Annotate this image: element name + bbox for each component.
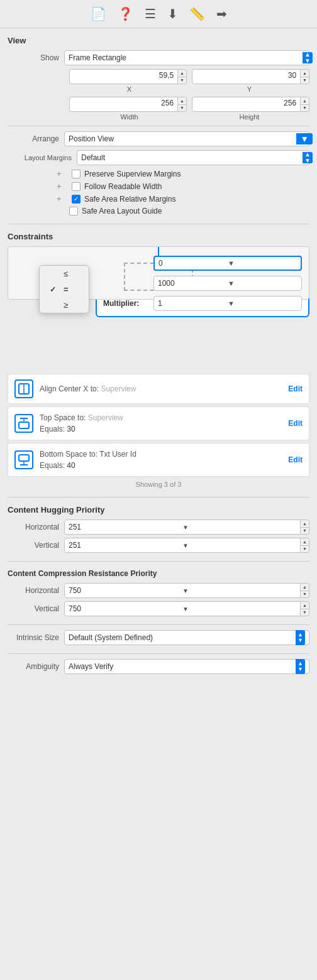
comp-horizontal-down[interactable]: ▼ <box>301 591 309 598</box>
intrinsic-size-section: Intrinsic Size Default (System Defined) … <box>0 625 317 653</box>
show-dropdown[interactable]: Frame Rectangle ▲ ▼ <box>64 50 309 65</box>
constraint-sub-val-1: 30 <box>67 425 75 433</box>
constraint-target-0: Superview <box>101 384 136 393</box>
ch-vertical-down[interactable]: ▼ <box>301 546 309 553</box>
constant-input[interactable]: 0 ▼ <box>153 256 302 271</box>
y-stepper[interactable]: ▲ ▼ <box>301 69 309 84</box>
intrinsic-size-stepper[interactable]: ▲ ▼ <box>296 630 305 645</box>
x-up[interactable]: ▲ <box>178 70 186 77</box>
intrinsic-size-dropdown[interactable]: Default (System Defined) ▲ ▼ <box>64 630 309 645</box>
width-up[interactable]: ▲ <box>178 97 186 105</box>
constraints-title: Constraints <box>8 232 309 241</box>
constraint-icon-2 <box>14 450 33 469</box>
x-down[interactable]: ▼ <box>178 77 186 84</box>
height-input[interactable]: 256 <box>192 97 301 112</box>
comp-horizontal-label: Horizontal <box>8 586 64 595</box>
popup-check-gte <box>50 301 58 310</box>
constraint-sub-2: Equals: <box>40 461 67 470</box>
ch-horizontal-dropdown[interactable]: 251 ▼ <box>64 520 301 535</box>
ch-vertical-dropdown[interactable]: 251 ▼ <box>64 538 301 553</box>
comp-vertical-value: 750 <box>69 604 182 613</box>
width-down[interactable]: ▼ <box>178 105 186 112</box>
view-section: View Show Frame Rectangle ▲ ▼ 59,5 ▲ ▼ 3… <box>0 28 317 224</box>
y-input[interactable]: 30 <box>192 69 301 84</box>
checkbox-label-layout-guide: Safe Area Layout Guide <box>82 207 162 215</box>
comp-vertical-stepper[interactable]: ▲ ▼ <box>301 601 309 616</box>
file-icon[interactable]: 📄 <box>91 6 106 21</box>
checkbox-readable[interactable] <box>72 182 81 191</box>
multiplier-value: 1 <box>158 299 228 308</box>
x-stepper[interactable]: ▲ ▼ <box>178 69 187 84</box>
ch-vertical-stepper[interactable]: ▲ ▼ <box>301 538 309 553</box>
height-down[interactable]: ▼ <box>301 105 309 112</box>
ch-horizontal-up[interactable]: ▲ <box>301 520 309 528</box>
popup-item-gte[interactable]: ≥ <box>40 297 89 313</box>
checkbox-preserve[interactable] <box>72 170 81 178</box>
popup-item-lte[interactable]: ≤ <box>40 266 89 281</box>
compression-title: Content Compression Resistance Priority <box>8 569 309 578</box>
x-field-wrap: 59,5 ▲ ▼ <box>69 69 187 84</box>
help-icon[interactable]: ❓ <box>118 6 133 21</box>
intrinsic-size-label: Intrinsic Size <box>8 633 64 642</box>
ambiguity-dropdown[interactable]: Always Verify ▲ ▼ <box>64 659 309 674</box>
ambiguity-value: Always Verify <box>69 662 296 671</box>
edit-btn-1[interactable]: Edit <box>288 419 303 428</box>
priority-value: 1000 <box>158 279 228 288</box>
comp-vertical-label: Vertical <box>8 604 64 613</box>
checkbox-label-preserve: Preserve Superview Margins <box>84 170 181 178</box>
constraint-sub-1: Equals: <box>40 425 67 433</box>
comp-horizontal-dropdown[interactable]: 750 ▼ <box>64 583 301 598</box>
y-up[interactable]: ▲ <box>301 70 309 77</box>
ch-horizontal-down[interactable]: ▼ <box>301 528 309 535</box>
wh-labels: Width Height <box>69 113 309 121</box>
multiplier-dropdown[interactable]: 1 ▼ <box>153 296 302 311</box>
height-stepper[interactable]: ▲ ▼ <box>301 97 309 112</box>
checkbox-label-safe-area: Safe Area Relative Margins <box>84 195 175 204</box>
ambiguity-stepper[interactable]: ▲ ▼ <box>296 659 305 674</box>
checkbox-safe-area[interactable]: ✓ <box>72 195 81 204</box>
show-label: Show <box>8 53 64 62</box>
comp-vertical-dropdown[interactable]: 750 ▼ <box>64 601 301 616</box>
comp-horizontal-stepper[interactable]: ▲ ▼ <box>301 583 309 598</box>
popup-check-lte <box>50 270 58 278</box>
ch-vertical-value: 251 <box>69 541 182 550</box>
y-label: Y <box>189 85 309 93</box>
edit-btn-0[interactable]: Edit <box>288 384 303 393</box>
width-input[interactable]: 256 <box>69 97 178 112</box>
priority-dropdown[interactable]: 1000 ▼ <box>153 276 302 291</box>
ch-vertical-up[interactable]: ▲ <box>301 538 309 546</box>
view-title: View <box>8 36 309 45</box>
checkbox-layout-guide[interactable] <box>69 207 78 215</box>
plus-icon-1: + <box>57 182 69 191</box>
popup-label-eq: = <box>64 285 69 294</box>
checkbox-row-1: + Follow Readable Width <box>8 182 309 191</box>
checkbox-row-2: + ✓ Safe Area Relative Margins <box>8 194 309 204</box>
width-stepper[interactable]: ▲ ▼ <box>178 97 187 112</box>
ch-horizontal-stepper[interactable]: ▲ ▼ <box>301 520 309 535</box>
popup-item-eq[interactable]: ✓ = <box>40 281 89 297</box>
ruler-icon[interactable]: 📏 <box>189 6 205 21</box>
show-stepper[interactable]: ▲ ▼ <box>303 52 313 63</box>
comp-horizontal-row: Horizontal 750 ▼ ▲ ▼ <box>8 583 309 598</box>
inspector-icon[interactable]: ☰ <box>145 6 156 21</box>
ch-horizontal-label: Horizontal <box>8 523 64 531</box>
height-label: Height <box>189 113 309 121</box>
layout-margins-stepper[interactable]: ▲ ▼ <box>303 152 313 163</box>
comp-vertical-up[interactable]: ▲ <box>301 602 309 609</box>
comp-horizontal-up[interactable]: ▲ <box>301 584 309 591</box>
toolbar: 📄 ❓ ☰ ⬇ 📏 ➡ <box>0 0 317 28</box>
ambiguity-row: Ambiguity Always Verify ▲ ▼ <box>8 659 309 674</box>
constraint-main-2: Bottom Space to: <box>40 450 99 459</box>
divider-1 <box>8 126 309 126</box>
arrange-dropdown[interactable]: Position View ▼ <box>64 131 309 146</box>
edit-btn-2[interactable]: Edit <box>288 455 303 464</box>
arrow-icon[interactable]: ➡ <box>216 6 227 21</box>
showing-label: Showing 3 of 3 <box>8 481 309 488</box>
comp-vertical-down[interactable]: ▼ <box>301 609 309 616</box>
height-up[interactable]: ▲ <box>301 97 309 105</box>
download-icon[interactable]: ⬇ <box>167 6 178 21</box>
y-down[interactable]: ▼ <box>301 77 309 84</box>
x-input[interactable]: 59,5 <box>69 69 178 84</box>
layout-margins-dropdown[interactable]: Default ▲ ▼ <box>77 150 309 165</box>
constraint-target-2: Txt User Id <box>99 450 136 459</box>
